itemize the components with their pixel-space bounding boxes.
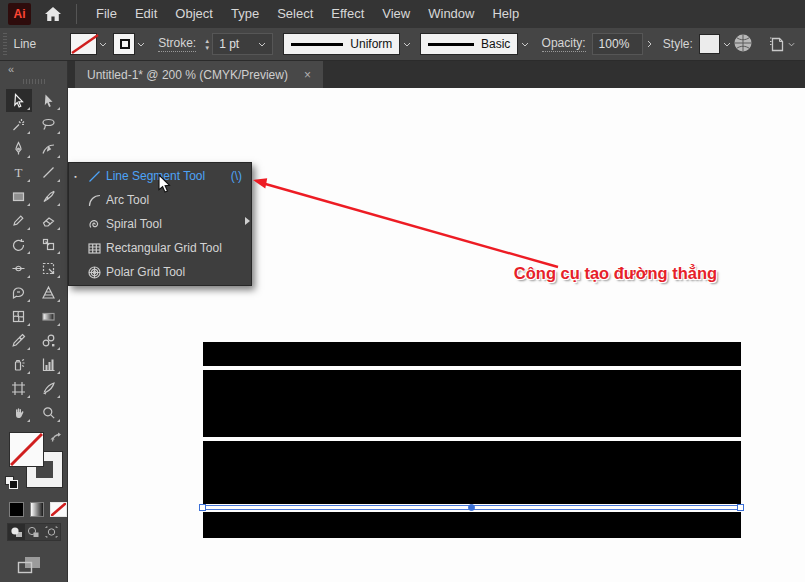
fill-indicator-swatch[interactable] [9, 432, 44, 467]
menubar-separator [76, 4, 77, 24]
uniform-profile-preview [291, 43, 343, 46]
free-transform-tool[interactable] [36, 257, 62, 280]
line-midpoint-handle[interactable] [468, 504, 475, 511]
pen-tool[interactable] [6, 137, 32, 160]
perspective-grid-tool[interactable] [36, 281, 62, 304]
none-button[interactable] [50, 502, 67, 517]
eraser-tool[interactable] [36, 209, 62, 232]
swap-fill-stroke-icon[interactable] [50, 432, 63, 447]
tools-panel-gripper[interactable] [23, 79, 45, 84]
stroke-color-chevron-icon[interactable] [135, 33, 148, 55]
slice-tool[interactable] [36, 377, 62, 400]
stroke-weight-stepper[interactable]: ▲▼ [204, 38, 210, 51]
width-profile-box[interactable]: Uniform [283, 33, 400, 55]
arc-icon [82, 193, 106, 208]
panel-gripper[interactable] [3, 33, 7, 55]
gradient-tool[interactable] [36, 305, 62, 328]
line-segment-tool[interactable] [36, 161, 62, 184]
drawing-modes-row [7, 523, 61, 541]
zoom-tool[interactable] [36, 401, 62, 424]
menu-bar: Ai File Edit Object Type Select Effect V… [0, 0, 805, 28]
pencil-tool[interactable] [6, 209, 32, 232]
flyout-item-rectangular-grid-tool[interactable]: Rectangular Grid Tool [69, 236, 251, 260]
draw-behind-icon[interactable] [25, 524, 42, 540]
flyout-item-polar-grid-tool[interactable]: Polar Grid Tool [69, 260, 251, 284]
draw-normal-icon[interactable] [8, 524, 25, 540]
column-graph-tool[interactable] [36, 353, 62, 376]
stroke-weight-label[interactable]: Stroke: [158, 36, 196, 52]
width-tool[interactable] [6, 257, 32, 280]
home-icon[interactable] [44, 6, 62, 22]
shape-builder-tool[interactable] [6, 281, 32, 304]
black-rectangle[interactable] [203, 441, 741, 504]
direct-selection-tool[interactable] [36, 89, 62, 112]
menu-type[interactable]: Type [222, 0, 268, 28]
width-profile-chevron-icon[interactable] [400, 33, 413, 55]
eyedropper-tool[interactable] [6, 329, 32, 352]
brush-definition-chevron-icon[interactable] [518, 33, 531, 55]
gradient-button[interactable] [30, 502, 45, 517]
opacity-field[interactable]: 100% [592, 33, 644, 55]
default-fill-stroke-icon[interactable] [5, 476, 18, 489]
color-button[interactable] [9, 502, 24, 517]
symbol-sprayer-tool[interactable] [6, 353, 32, 376]
selected-object-label: Line [13, 37, 36, 51]
document-setup-globe-icon[interactable] [733, 33, 753, 56]
tools-grid: T [6, 89, 62, 424]
type-tool[interactable]: T [6, 161, 32, 184]
document-tab-title: Untitled-1* @ 200 % (CMYK/Preview) [87, 68, 288, 82]
screen-mode-icon[interactable] [16, 555, 67, 580]
opacity-label[interactable]: Opacity: [542, 36, 586, 52]
rotate-tool[interactable] [6, 233, 32, 256]
menu-window[interactable]: Window [419, 0, 483, 28]
menu-effect[interactable]: Effect [322, 0, 373, 28]
menu-file[interactable]: File [87, 0, 126, 28]
rectangle-tool[interactable] [6, 185, 32, 208]
scale-tool[interactable] [36, 233, 62, 256]
illustrator-logo-icon[interactable]: Ai [8, 3, 31, 25]
black-rectangle[interactable] [203, 342, 741, 366]
flyout-item-spiral-tool[interactable]: Spiral Tool [69, 212, 251, 236]
selection-tool[interactable] [6, 89, 32, 112]
black-rectangle[interactable] [203, 512, 741, 538]
line-anchor-left[interactable] [199, 504, 206, 511]
stroke-color-swatch[interactable] [113, 33, 135, 55]
menu-object[interactable]: Object [166, 0, 222, 28]
color-type-row [9, 502, 67, 517]
menu-help[interactable]: Help [483, 0, 528, 28]
tools-panel: « T [0, 61, 68, 582]
menu-view[interactable]: View [373, 0, 419, 28]
tab-close-icon[interactable]: × [304, 68, 311, 82]
curvature-tool[interactable] [36, 137, 62, 160]
control-bar: Line Stroke: ▲▼ 1 pt Uniform Basic Opaci… [0, 28, 805, 61]
black-rectangle[interactable] [203, 370, 741, 437]
draw-inside-icon[interactable] [43, 524, 60, 540]
fill-color-swatch[interactable] [70, 33, 97, 55]
blend-tool[interactable] [36, 329, 62, 352]
graphic-style-chevron-icon[interactable] [720, 33, 733, 55]
magic-wand-tool[interactable] [6, 113, 32, 136]
line-anchor-right[interactable] [737, 504, 744, 511]
artboard-tool[interactable] [6, 377, 32, 400]
active-tool-marker: ▪ [69, 173, 82, 180]
opacity-expand-icon[interactable] [643, 33, 656, 55]
fill-stroke-indicator [0, 432, 68, 494]
hand-tool[interactable] [6, 401, 32, 424]
flyout-tearoff-arrow-icon[interactable] [245, 217, 250, 225]
document-tab[interactable]: Untitled-1* @ 200 % (CMYK/Preview) × [75, 61, 323, 88]
style-label: Style: [663, 37, 693, 51]
menu-select[interactable]: Select [268, 0, 322, 28]
brush-definition-box[interactable]: Basic [420, 33, 518, 55]
mesh-tool[interactable] [6, 305, 32, 328]
lasso-tool[interactable] [36, 113, 62, 136]
paintbrush-tool[interactable] [36, 185, 62, 208]
collapse-panel-icon[interactable]: « [0, 61, 67, 75]
polar-grid-icon [82, 265, 106, 280]
stroke-weight-field[interactable]: 1 pt [212, 33, 272, 55]
graphic-style-swatch[interactable] [699, 34, 721, 54]
menu-edit[interactable]: Edit [126, 0, 166, 28]
document-actions-icon[interactable] [769, 35, 795, 53]
rectangular-grid-icon [82, 241, 106, 256]
width-profile-value: Uniform [350, 37, 392, 51]
line-segment-icon [82, 169, 106, 184]
